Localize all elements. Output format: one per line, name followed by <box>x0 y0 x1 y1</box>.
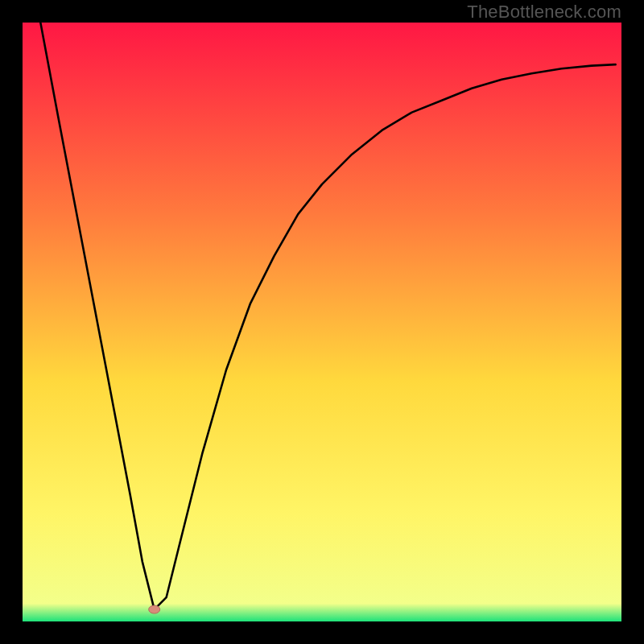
chart-frame: TheBottleneck.com <box>0 0 644 644</box>
minimum-marker <box>149 605 160 613</box>
gradient-background <box>23 23 621 621</box>
watermark-text: TheBottleneck.com <box>467 2 621 23</box>
plot-area <box>23 23 621 621</box>
chart-svg <box>23 23 621 621</box>
